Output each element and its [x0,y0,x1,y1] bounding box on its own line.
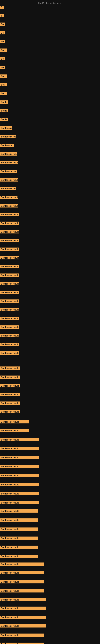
bottleneck-result-badge[interactable]: Bottleneck [0,126,12,130]
bottleneck-result-badge[interactable]: Bot [0,48,7,52]
bottleneck-result-badge[interactable]: B [0,6,3,9]
badge-container: Bottleneck result [0,196,18,200]
bottleneck-result-badge[interactable]: Bottleneck result [0,317,19,320]
bottleneck-result-badge[interactable]: Bottleneck result [0,501,39,504]
bottleneck-result-badge[interactable]: Bottleneck result [0,393,20,396]
bottleneck-result-badge[interactable]: Bottleneck result [0,366,20,370]
badge-container: Bottleneck result [0,366,20,370]
bottleneck-result-badge[interactable]: Bottleneck result [0,483,39,486]
bottleneck-result-badge[interactable]: Bottleneck result [0,518,38,522]
bottleneck-result-badge[interactable]: Bottleneck result [0,429,29,432]
bottleneck-result-badge[interactable]: Bottleneck result [0,334,19,337]
bottleneck-result-badge[interactable]: Bottleneck result [0,402,20,405]
bottleneck-result-badge[interactable]: Bottleneck result [0,589,44,592]
bottleneck-result-badge[interactable]: Bottleneck result [0,465,39,468]
badge-container: Bottleneck result [0,642,44,644]
bottleneck-result-badge[interactable]: Bottleneck resu [0,135,16,138]
bottleneck-result-badge[interactable]: Bottleneck r [0,144,14,147]
badge-container: B [0,6,3,10]
bottleneck-result-badge[interactable]: Bot [0,74,7,78]
bottleneck-result-badge[interactable]: Bottleneck result [0,376,20,379]
bottleneck-result-badge[interactable]: Bottleneck result [0,326,19,329]
bottleneck-result-badge[interactable]: Bottleneck result [0,509,38,512]
badge-container: Bottleneck result [0,384,20,388]
badge-container: Bottleneck result [0,580,44,584]
bottleneck-result-badge[interactable]: Bottleneck result [0,213,19,216]
bottleneck-result-badge[interactable]: Bottleneck result [0,606,46,610]
bottleneck-result-badge[interactable]: Bott [0,92,7,95]
badge-container: B [0,14,3,18]
bottleneck-result-badge[interactable]: Bottleneck result [0,474,39,477]
badge-container: Bottleneck result [0,300,19,304]
bottleneck-result-badge[interactable]: Bottleneck result [0,204,18,208]
bottleneck-result-badge[interactable]: Bottleneck result [0,152,17,156]
badge-container: Bottleneck result [0,248,19,252]
badge-container: Bottleneck result [0,536,38,540]
bottleneck-result-badge[interactable]: Bottle [0,100,8,104]
bottleneck-result-badge[interactable]: Bottleneck result [0,571,44,574]
bottleneck-result-badge[interactable]: Bottleneck result [0,562,44,566]
bottleneck-result-badge[interactable]: Bottleneck result [0,616,46,619]
bottleneck-result-badge[interactable]: Bo [0,22,5,26]
badge-container: Bottleneck result [0,376,20,380]
bottleneck-result-badge[interactable]: Bottleneck result [0,420,29,424]
bottleneck-result-badge[interactable]: Bottleneck result [0,555,38,558]
bottleneck-result-badge[interactable]: Bottleneck result [0,343,19,346]
bottleneck-result-badge[interactable]: Bottleneck result [0,546,38,549]
bottleneck-result-badge[interactable]: Bottleneck result [0,291,19,294]
bottleneck-result-badge[interactable]: Bottleneck result [0,634,44,637]
bottleneck-result-badge[interactable]: Bottleneck result [0,300,19,303]
bottleneck-result-badge[interactable]: B [0,14,3,17]
bottleneck-result-badge[interactable]: Bottleneck result [0,536,38,540]
badge-container: Bottleneck result [0,393,20,397]
badge-container: Bottleneck result [0,555,38,559]
badge-container: Bottleneck result [0,352,19,356]
bottleneck-result-badge[interactable]: Bottleneck result [0,456,39,459]
bottleneck-result-badge[interactable]: Bottleneck result [0,256,19,260]
bottleneck-result-badge[interactable]: Bot [0,83,7,86]
bottleneck-result-badge[interactable]: Bottleneck result [0,178,18,182]
badge-container: Bottleneck result [0,616,46,620]
badge-container: Bottleneck [0,126,12,130]
bottleneck-result-badge[interactable]: Bottleneck result [0,598,46,601]
bottleneck-result-badge[interactable]: Bottleneck result [0,308,19,311]
bottleneck-result-badge[interactable]: Bottleneck result [0,384,20,388]
bottleneck-result-badge[interactable]: Bottleneck result [0,239,19,242]
badge-container: Bottleneck result [0,291,19,295]
bottleneck-result-badge[interactable]: Bo [0,40,5,43]
badge-container: Bott [0,92,7,96]
badge-container: Bottleneck result [0,308,19,312]
badge-container: Bo [0,31,5,35]
bottleneck-result-badge[interactable]: Bottleneck result [0,447,39,450]
bottleneck-result-badge[interactable]: Bottleneck result [0,528,38,531]
badge-container: Bottleneck result [0,465,39,469]
bottleneck-result-badge[interactable]: Bottleneck result [0,580,44,584]
bottleneck-result-badge[interactable]: Bottle [0,118,8,121]
badge-container: Bottleneck result [0,230,19,234]
bottleneck-result-badge[interactable]: Bottleneck result [0,642,44,644]
badge-container: Bottleneck result [0,562,44,566]
bottleneck-result-badge[interactable]: Bottleneck resu [0,170,17,173]
bottleneck-result-badge[interactable]: Bottleneck result [0,282,19,285]
bottleneck-result-badge[interactable]: Bottle [0,109,8,112]
bottleneck-result-badge[interactable]: Bo [0,31,5,34]
bottleneck-result-badge[interactable]: Bottleneck result [0,248,19,251]
bottleneck-result-badge[interactable]: Bottleneck result [0,230,19,234]
badge-container: Bottleneck result [0,317,19,321]
badge-container: Bo [0,57,5,61]
badge-container: Bottleneck result [0,528,38,532]
bottleneck-result-badge[interactable]: Bottleneck result [0,196,18,199]
bottleneck-result-badge[interactable]: Bottleneck result [0,624,46,628]
bottleneck-result-badge[interactable]: Bottleneck result [0,410,20,413]
bottleneck-result-badge[interactable]: Bottleneck result [0,274,19,277]
badge-container: Bottleneck result [0,634,44,638]
bottleneck-result-badge[interactable]: Bottleneck result [0,161,18,164]
bottleneck-result-badge[interactable]: Bo [0,57,5,60]
bottleneck-result-badge[interactable]: Bottleneck result [0,352,19,354]
bottleneck-result-badge[interactable]: Bottleneck result [0,438,39,441]
bottleneck-result-badge[interactable]: Bottleneck result [0,222,19,225]
bottleneck-result-badge[interactable]: Bottleneck result [0,265,19,268]
bottleneck-result-badge[interactable]: Bo [0,66,5,69]
bottleneck-result-badge[interactable]: Bottleneck res [0,187,16,190]
bottleneck-result-badge[interactable]: Bottleneck result [0,492,39,495]
